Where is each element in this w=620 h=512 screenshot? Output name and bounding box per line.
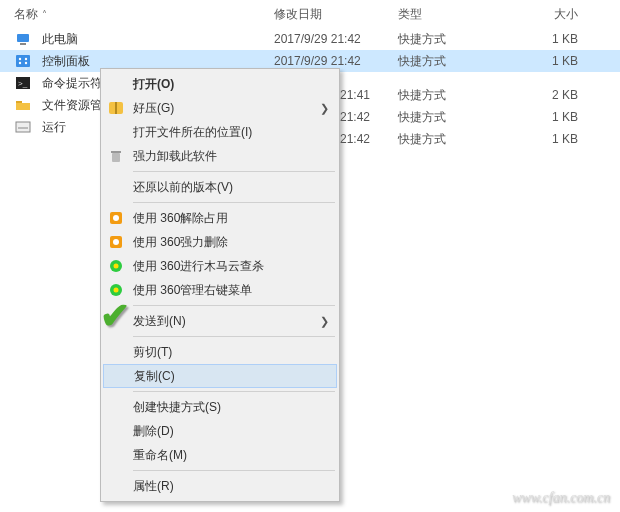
blank-icon [107,343,125,361]
file-size: 1 KB [528,110,588,124]
svg-rect-9 [16,101,22,103]
file-type: 快捷方式 [398,53,528,70]
cmd-icon: >_ [14,75,32,91]
table-row[interactable]: 21:41 快捷方式 2 KB [340,84,620,106]
menu-item[interactable]: 使用 360解除占用 [103,206,337,230]
blank-icon [107,312,125,330]
menu-separator [133,171,335,172]
menu-item-label: 好压(G) [133,100,312,117]
svg-rect-0 [17,34,29,42]
svg-point-21 [114,264,119,269]
table-row[interactable]: 21:42 快捷方式 1 KB [340,128,620,150]
context-menu: 打开(O) 好压(G) ❯ 打开文件所在的位置(I) 强力卸载此软件 还原以前的… [100,68,340,502]
file-name: 此电脑 [42,31,78,48]
svg-point-17 [113,215,119,221]
svg-point-19 [113,239,119,245]
menu-item[interactable]: 好压(G) ❯ [103,96,337,120]
file-type: 快捷方式 [398,109,528,126]
uninstall-icon [107,147,125,165]
col-header-size[interactable]: 大小 [528,6,588,23]
run-icon [14,119,32,135]
table-row[interactable]: 21:42 快捷方式 1 KB [340,106,620,128]
menu-separator [133,336,335,337]
svg-rect-1 [20,43,26,45]
menu-item-label: 剪切(T) [133,344,329,361]
blank-icon [108,367,126,385]
col-header-name[interactable]: 名称 ˄ [14,6,274,23]
menu-item[interactable]: 发送到(N) ❯ [103,309,337,333]
menu-item[interactable]: 重命名(M) [103,443,337,467]
blank-icon [107,123,125,141]
file-date: 21:42 [340,132,398,146]
blank-icon [107,398,125,416]
menu-item-label: 还原以前的版本(V) [133,179,329,196]
menu-item[interactable]: 打开文件所在的位置(I) [103,120,337,144]
col-header-type[interactable]: 类型 [398,6,528,23]
svg-rect-13 [115,102,117,114]
menu-item[interactable]: 使用 360进行木马云查杀 [103,254,337,278]
menu-item-label: 使用 360进行木马云查杀 [133,258,329,275]
blank-icon [107,75,125,93]
svg-rect-11 [18,127,28,129]
haozip-icon [107,99,125,117]
explorer-icon [14,97,32,113]
blank-icon [107,178,125,196]
svg-point-5 [19,62,21,64]
file-name: 控制面板 [42,53,90,70]
menu-item[interactable]: 还原以前的版本(V) [103,175,337,199]
menu-item-label: 使用 360强力删除 [133,234,329,251]
menu-item-label: 删除(D) [133,423,329,440]
column-headers: 名称 ˄ 修改日期 类型 大小 [0,0,620,28]
svg-rect-14 [112,153,120,162]
svg-rect-2 [16,55,30,67]
360green-icon [107,257,125,275]
svg-point-3 [19,58,21,60]
menu-item-label: 打开文件所在的位置(I) [133,124,329,141]
file-date: 2017/9/29 21:42 [274,32,398,46]
file-type: 快捷方式 [398,131,528,148]
file-type: 快捷方式 [398,31,528,48]
col-header-date[interactable]: 修改日期 [274,6,398,23]
menu-item-label: 使用 360解除占用 [133,210,329,227]
file-date: 2017/9/29 21:42 [274,54,398,68]
file-type: 快捷方式 [398,87,528,104]
watermark-text: www.cfan.com.cn [512,490,610,506]
menu-separator [133,305,335,306]
svg-point-6 [25,62,27,64]
control-icon [14,53,32,69]
360green-icon [107,281,125,299]
svg-rect-15 [111,151,121,153]
blank-icon [107,422,125,440]
file-size: 1 KB [528,54,588,68]
file-date: 21:42 [340,110,398,124]
menu-item[interactable]: 属性(R) [103,474,337,498]
blank-icon [107,446,125,464]
menu-separator [133,391,335,392]
pc-icon [14,31,32,47]
partial-rows: 21:41 快捷方式 2 KB 21:42 快捷方式 1 KB 21:42 快捷… [340,84,620,150]
menu-item[interactable]: 打开(O) [103,72,337,96]
menu-item[interactable]: 删除(D) [103,419,337,443]
svg-point-4 [25,58,27,60]
menu-item[interactable]: 使用 360强力删除 [103,230,337,254]
menu-item[interactable]: 剪切(T) [103,340,337,364]
file-name: 文件资源管 [42,97,102,114]
menu-item-label: 重命名(M) [133,447,329,464]
menu-item[interactable]: 强力卸载此软件 [103,144,337,168]
submenu-arrow-icon: ❯ [320,102,329,115]
file-name: 命令提示符 [42,75,102,92]
table-row[interactable]: 此电脑 2017/9/29 21:42 快捷方式 1 KB [0,28,620,50]
svg-text:>_: >_ [18,79,28,88]
menu-item[interactable]: 使用 360管理右键菜单 [103,278,337,302]
menu-item-label: 强力卸载此软件 [133,148,329,165]
menu-item-label: 复制(C) [134,368,328,385]
file-size: 1 KB [528,32,588,46]
file-size: 2 KB [528,88,588,102]
360orange-icon [107,209,125,227]
menu-item[interactable]: 创建快捷方式(S) [103,395,337,419]
file-size: 1 KB [528,132,588,146]
menu-item-label: 打开(O) [133,76,329,93]
menu-item[interactable]: 复制(C) [103,364,337,388]
menu-item-label: 创建快捷方式(S) [133,399,329,416]
svg-point-23 [114,288,119,293]
